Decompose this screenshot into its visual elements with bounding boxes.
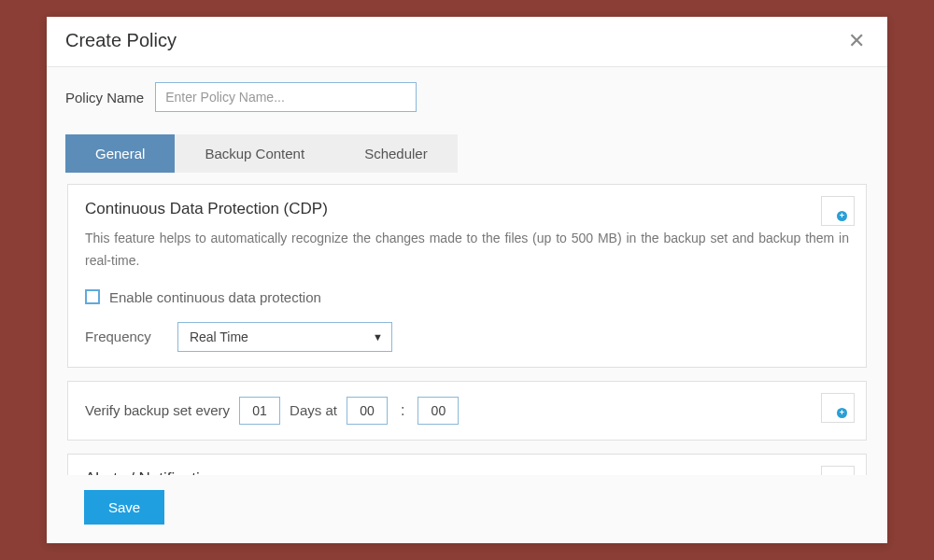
verify-add-button[interactable]: +	[821, 393, 855, 423]
verify-minute-input[interactable]	[417, 397, 459, 425]
cdp-description: This feature helps to automatically reco…	[85, 228, 849, 273]
frequency-select-wrap: Real Time ▼	[177, 322, 392, 352]
tab-bar: General Backup Content Scheduler	[65, 134, 869, 173]
file-plus-icon: +	[831, 203, 844, 218]
cdp-card: + Continuous Data Protection (CDP) This …	[67, 184, 867, 368]
save-button[interactable]: Save	[84, 490, 164, 525]
policy-name-label: Policy Name	[65, 90, 144, 105]
policy-name-input[interactable]	[155, 82, 417, 112]
verify-row: Verify backup set every Days at :	[85, 397, 849, 425]
cdp-title: Continuous Data Protection (CDP)	[85, 200, 849, 218]
modal-header: Create Policy ✕	[47, 17, 887, 67]
frequency-row: Frequency Real Time ▼	[85, 322, 849, 352]
cdp-enable-label: Enable continuous data protection	[109, 289, 321, 305]
file-plus-icon: +	[831, 473, 844, 475]
time-colon: :	[397, 402, 408, 419]
close-icon: ✕	[848, 29, 865, 52]
create-policy-modal: Create Policy ✕ Policy Name General Back…	[47, 17, 887, 543]
alerts-card: + Alerts / Notifications	[67, 454, 867, 475]
frequency-label: Frequency	[85, 329, 151, 344]
tab-backup-content[interactable]: Backup Content	[175, 134, 334, 173]
alerts-add-button[interactable]: +	[821, 466, 855, 475]
verify-card: + Verify backup set every Days at :	[67, 381, 867, 441]
alerts-title: Alerts / Notifications	[85, 469, 849, 475]
tab-general[interactable]: General	[65, 134, 175, 173]
cdp-enable-row: Enable continuous data protection	[85, 289, 849, 305]
cdp-add-button[interactable]: +	[821, 196, 855, 226]
modal-footer: Save	[65, 475, 869, 543]
policy-name-row: Policy Name	[65, 82, 869, 112]
modal-body: Policy Name General Backup Content Sched…	[47, 67, 887, 543]
verify-text-1: Verify backup set every	[85, 402, 230, 418]
tab-scheduler[interactable]: Scheduler	[334, 134, 458, 173]
cdp-enable-checkbox[interactable]	[85, 289, 100, 304]
verify-days-input[interactable]	[239, 397, 280, 425]
verify-hour-input[interactable]	[347, 397, 388, 425]
verify-text-2: Days at	[290, 402, 337, 418]
file-plus-icon: +	[831, 400, 844, 415]
close-button[interactable]: ✕	[844, 31, 869, 51]
modal-title: Create Policy	[65, 30, 177, 51]
content-scroll[interactable]: + Continuous Data Protection (CDP) This …	[65, 173, 869, 475]
frequency-select[interactable]: Real Time	[177, 322, 392, 352]
